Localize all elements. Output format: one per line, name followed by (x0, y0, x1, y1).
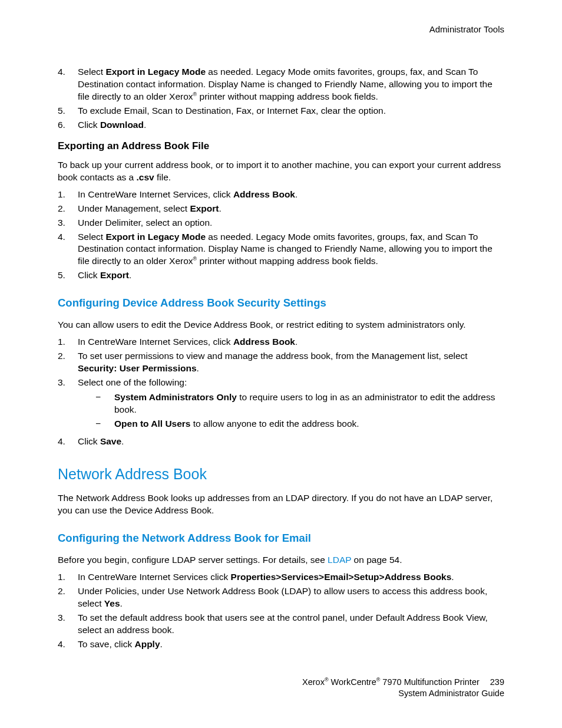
document-page: Administrator Tools 4. Select Export in … (0, 0, 562, 728)
list-item: 4.Click Save. (58, 436, 504, 448)
list-item: 3.To set the default address book that u… (58, 612, 504, 637)
list-text: Click Download. (78, 119, 504, 131)
security-heading: Configuring Device Address Book Security… (58, 296, 504, 311)
sub-item: −Open to All Users to allow anyone to ed… (95, 418, 504, 430)
list-number: 4. (58, 66, 78, 103)
list-item: 2.To set user permissions to view and ma… (58, 350, 504, 375)
list-item: 1.In CentreWare Internet Services, click… (58, 336, 504, 348)
page-footer: Xerox® WorkCentre® 7970 Multifunction Pr… (302, 676, 504, 700)
paragraph: The Network Address Book looks up addres… (58, 492, 504, 517)
list-item: 5.Click Export. (58, 269, 504, 282)
list-item: 1.In CentreWare Internet Services click … (58, 571, 504, 584)
email-heading: Configuring the Network Address Book for… (58, 531, 504, 546)
list-item: 2.Under Policies, under Use Network Addr… (58, 585, 504, 610)
continued-list: 4. Select Export in Legacy Mode as neede… (58, 66, 504, 131)
ldap-link[interactable]: LDAP (328, 555, 351, 565)
running-header: Administrator Tools (58, 24, 504, 35)
footer-line1: Xerox® WorkCentre® 7970 Multifunction Pr… (302, 676, 504, 688)
security-list: 1.In CentreWare Internet Services, click… (58, 336, 504, 447)
paragraph: To back up your current address book, or… (58, 159, 504, 184)
sub-list: −System Administrators Only to require u… (95, 391, 504, 430)
list-text: To exclude Email, Scan to Destination, F… (78, 105, 504, 117)
list-item: 4.To save, click Apply. (58, 638, 504, 651)
paragraph: You can allow users to edit the Device A… (58, 319, 504, 331)
list-item: 3. Select one of the following: −System … (58, 377, 504, 434)
sub-item: −System Administrators Only to require u… (95, 391, 504, 416)
list-number: 5. (58, 105, 78, 117)
list-item: 2.Under Management, select Export. (58, 203, 504, 215)
list-item: 4. Select Export in Legacy Mode as neede… (58, 231, 504, 268)
page-number: 239 (490, 677, 504, 687)
list-item: 5. To exclude Email, Scan to Destination… (58, 105, 504, 117)
list-number: 6. (58, 119, 78, 131)
list-item: 4. Select Export in Legacy Mode as neede… (58, 66, 504, 103)
list-text: Select Export in Legacy Mode as needed. … (78, 66, 504, 103)
email-list: 1.In CentreWare Internet Services click … (58, 571, 504, 651)
footer-line2: System Administrator Guide (302, 688, 504, 700)
list-item: 1.In CentreWare Internet Services, click… (58, 189, 504, 201)
list-item: 3.Under Delimiter, select an option. (58, 217, 504, 229)
export-subheading: Exporting an Address Book File (58, 140, 504, 153)
export-list: 1.In CentreWare Internet Services, click… (58, 189, 504, 282)
list-item: 6. Click Download. (58, 119, 504, 131)
network-heading: Network Address Book (58, 465, 504, 485)
paragraph: Before you begin, configure LDAP server … (58, 554, 504, 566)
